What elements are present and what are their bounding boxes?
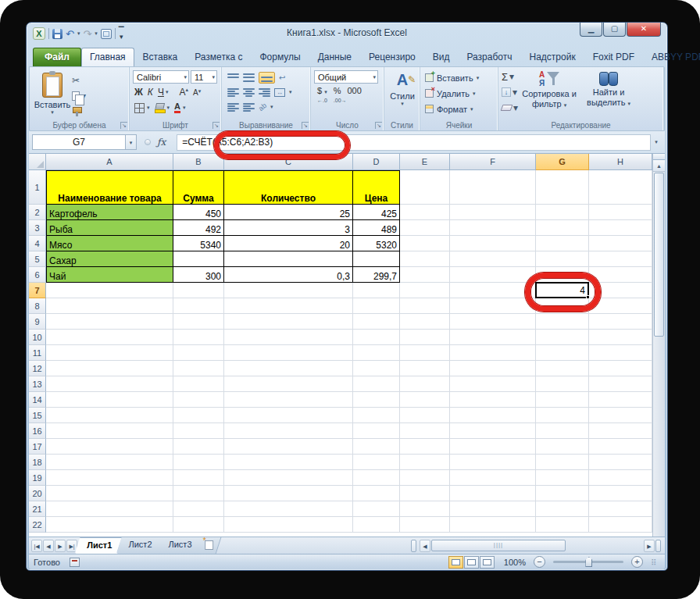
cell-E12[interactable] <box>400 361 450 376</box>
column-header-F[interactable]: F <box>450 154 536 170</box>
cell-B15[interactable] <box>173 408 224 423</box>
cell-D3[interactable]: 489 <box>353 220 400 236</box>
cell-A21[interactable] <box>46 501 173 517</box>
cell-C5[interactable] <box>224 251 353 267</box>
fill-color-icon[interactable] <box>155 103 165 113</box>
paste-button[interactable]: Вставить ▾ <box>33 70 72 119</box>
find-select-button[interactable]: Найти и выделить ▾ <box>580 70 637 119</box>
cell-C2[interactable]: 25 <box>224 205 353 220</box>
cell-F14[interactable] <box>450 392 536 408</box>
align-bottom-icon[interactable] <box>259 72 275 84</box>
cell-C10[interactable] <box>224 330 353 345</box>
cell-F9[interactable] <box>450 314 536 330</box>
ribbon-tab-вид[interactable]: Вид <box>424 48 459 66</box>
cell-B12[interactable] <box>173 361 224 376</box>
cell-H15[interactable] <box>589 408 652 423</box>
cell-D12[interactable] <box>353 361 400 376</box>
cell-B11[interactable] <box>173 345 224 361</box>
cell-D11[interactable] <box>353 345 400 361</box>
cell-B20[interactable] <box>173 486 224 501</box>
align-right-icon[interactable] <box>259 88 270 97</box>
cell-A2[interactable]: Картофель <box>46 205 173 220</box>
underline-button[interactable]: Ч <box>158 87 164 98</box>
cell-C4[interactable]: 20 <box>224 236 353 251</box>
cell-E20[interactable] <box>400 486 450 501</box>
cell-C6[interactable]: 0,3 <box>224 267 353 283</box>
cell-G4[interactable] <box>536 236 589 251</box>
cell-G15[interactable] <box>536 408 589 423</box>
normal-view-button[interactable] <box>448 556 463 569</box>
decrease-decimal-icon[interactable]: .00→ <box>334 98 347 104</box>
next-sheet-icon[interactable]: ▶ <box>55 540 66 552</box>
zoom-level-label[interactable]: 100% <box>504 558 526 567</box>
cell-D13[interactable] <box>353 376 400 392</box>
cell-C13[interactable] <box>224 376 353 392</box>
row-header-18[interactable]: 18 <box>29 455 46 470</box>
cell-E1[interactable] <box>400 170 450 205</box>
cell-F12[interactable] <box>450 361 536 376</box>
cell-G20[interactable] <box>536 486 589 501</box>
column-header-D[interactable]: D <box>353 154 400 170</box>
ribbon-tab-формулы[interactable]: Формулы <box>251 48 309 66</box>
ribbon-tab-главная[interactable]: Главная <box>81 48 134 66</box>
insert-worksheet-tab[interactable] <box>196 537 222 554</box>
row-header-21[interactable]: 21 <box>29 501 46 517</box>
grow-font-button[interactable]: А▴ <box>179 87 188 98</box>
font-color-icon[interactable]: А <box>174 102 180 113</box>
cell-H3[interactable] <box>589 220 652 236</box>
cell-D16[interactable] <box>353 423 400 439</box>
cell-E8[interactable] <box>400 298 450 314</box>
cell-G13[interactable] <box>536 376 589 392</box>
percent-format-button[interactable]: % <box>334 86 341 95</box>
cell-B22[interactable] <box>173 517 224 533</box>
cell-E19[interactable] <box>400 470 450 486</box>
cell-C18[interactable] <box>224 455 353 470</box>
cell-E15[interactable] <box>400 408 450 423</box>
column-header-A[interactable]: A <box>46 154 173 170</box>
cell-A19[interactable] <box>46 470 173 486</box>
cell-E21[interactable] <box>400 501 450 517</box>
ribbon-tab-рецензиро[interactable]: Рецензиро <box>360 48 424 66</box>
cell-C21[interactable] <box>224 501 353 517</box>
column-header-H[interactable]: H <box>589 154 652 170</box>
shrink-font-button[interactable]: А▾ <box>193 88 201 97</box>
cell-A13[interactable] <box>46 376 173 392</box>
cell-F8[interactable] <box>450 298 536 314</box>
horizontal-scroll-track[interactable] <box>566 540 643 551</box>
cell-D9[interactable] <box>353 314 400 330</box>
horizontal-scrollbar[interactable]: ◀ ▶ <box>411 537 665 554</box>
row-header-5[interactable]: 5 <box>29 251 46 267</box>
cell-A22[interactable] <box>46 517 173 533</box>
scroll-up-icon[interactable]: ▲ <box>653 160 665 172</box>
cell-D10[interactable] <box>353 330 400 345</box>
cell-F16[interactable] <box>450 423 536 439</box>
ribbon-tab-abbyy-pdf[interactable]: ABBYY PDF <box>643 48 700 66</box>
ribbon-tab-надстройк[interactable]: Надстройк <box>521 48 584 66</box>
dialog-launcher-icon[interactable]: ↘ <box>375 122 382 129</box>
cell-G1[interactable] <box>536 170 589 205</box>
cell-C22[interactable] <box>224 517 353 533</box>
font-name-select[interactable]: Calibri▾ <box>133 70 189 84</box>
cell-B6[interactable]: 300 <box>173 267 224 283</box>
cell-G5[interactable] <box>536 251 589 267</box>
cell-G16[interactable] <box>536 423 589 439</box>
align-center-icon[interactable] <box>243 88 255 97</box>
cell-A11[interactable] <box>46 345 173 361</box>
orientation-icon[interactable]: ab <box>257 102 268 112</box>
scroll-right-icon[interactable]: ▶ <box>644 540 655 552</box>
cell-B9[interactable] <box>173 314 224 330</box>
cell-A17[interactable] <box>46 439 173 455</box>
copy-button[interactable]: ▾ <box>72 90 86 102</box>
cell-D7[interactable] <box>353 283 400 298</box>
row-header-6[interactable]: 6 <box>29 267 46 283</box>
row-header-8[interactable]: 8 <box>29 298 46 314</box>
cell-C9[interactable] <box>224 314 353 330</box>
cell-C1[interactable]: Количество <box>224 170 353 205</box>
cell-A20[interactable] <box>46 486 173 501</box>
cell-A3[interactable]: Рыба <box>46 220 173 236</box>
cell-E14[interactable] <box>400 392 450 408</box>
horizontal-scroll-thumb[interactable] <box>431 540 566 551</box>
ribbon-tab-вставка[interactable]: Вставка <box>134 48 187 66</box>
cell-C14[interactable] <box>224 392 353 408</box>
cell-F10[interactable] <box>450 330 536 345</box>
